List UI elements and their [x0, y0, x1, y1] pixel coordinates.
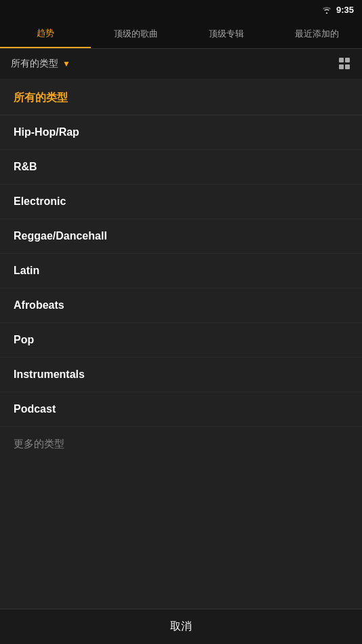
genre-item-instrumentals[interactable]: Instrumentals [0, 358, 362, 392]
genre-item-podcast[interactable]: Podcast [0, 392, 362, 427]
genre-item-electronic[interactable]: Electronic [0, 185, 362, 219]
wifi-icon [321, 5, 332, 14]
filter-bar: 所有的类型 ▼ [0, 49, 362, 79]
tab-top-songs[interactable]: 顶级的歌曲 [91, 19, 182, 48]
grid-view-icon[interactable] [339, 58, 351, 70]
dropdown-title: 所有的类型 [14, 91, 348, 105]
dropdown-header: 所有的类型 [0, 79, 362, 115]
genre-item-hip-hop-rap[interactable]: Hip-Hop/Rap [0, 115, 362, 150]
tab-trending[interactable]: 趋势 [0, 19, 91, 48]
clock: 9:35 [336, 5, 354, 15]
chevron-down-icon: ▼ [62, 59, 71, 69]
filter-label: 所有的类型 [11, 58, 58, 70]
genre-item-pop[interactable]: Pop [0, 323, 362, 358]
genre-dropdown: 所有的类型 Hip-Hop/Rap R&B Electronic Reggae/… [0, 79, 362, 644]
status-bar: 9:35 [0, 0, 362, 19]
genre-item-more[interactable]: 更多的类型 [0, 427, 362, 461]
filter-selector[interactable]: 所有的类型 ▼ [11, 58, 71, 70]
tab-recently-added[interactable]: 最近添加的 [272, 19, 363, 48]
genre-item-afrobeats[interactable]: Afrobeats [0, 288, 362, 323]
genre-item-rnb[interactable]: R&B [0, 150, 362, 185]
tab-top-albums[interactable]: 顶级专辑 [181, 19, 272, 48]
genre-item-reggae-dancehall[interactable]: Reggae/Dancehall [0, 219, 362, 254]
cancel-button[interactable]: 取消 [170, 620, 192, 634]
nav-tabs: 趋势 顶级的歌曲 顶级专辑 最近添加的 [0, 19, 362, 49]
genre-item-latin[interactable]: Latin [0, 254, 362, 288]
cancel-bar: 取消 [0, 609, 362, 644]
